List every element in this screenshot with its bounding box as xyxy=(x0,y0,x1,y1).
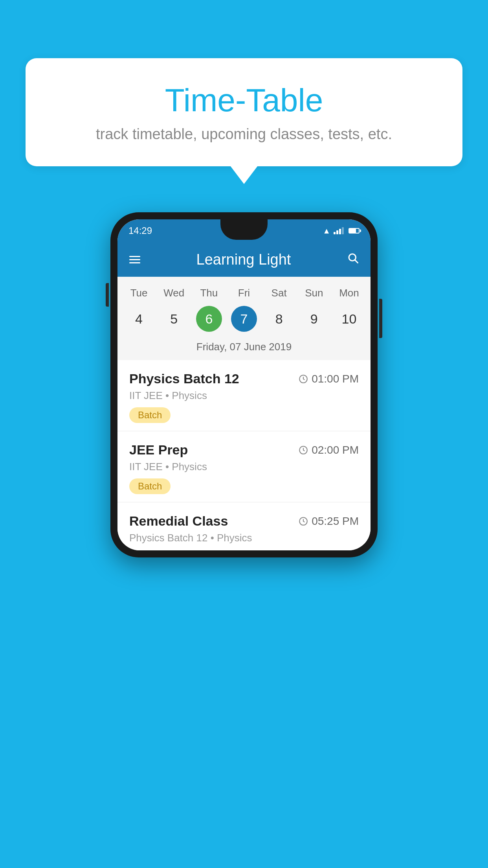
svg-line-1 xyxy=(355,260,358,263)
volume-button-left xyxy=(106,283,109,307)
bubble-title: Time-Table xyxy=(45,82,443,119)
schedule-time-3: 05:25 PM xyxy=(298,515,359,528)
menu-button[interactable] xyxy=(129,256,140,263)
date-10[interactable]: 10 xyxy=(332,305,367,333)
clock-icon-3 xyxy=(298,516,308,526)
battery-icon xyxy=(349,228,360,234)
day-label-wed: Wed xyxy=(156,284,191,302)
date-6-today[interactable]: 6 xyxy=(191,305,226,333)
search-button[interactable] xyxy=(347,252,359,267)
phone-outer: 14:29 ▲ xyxy=(110,212,378,557)
status-bar: 14:29 ▲ xyxy=(117,219,371,242)
schedule-time-1: 01:00 PM xyxy=(298,373,359,385)
day-label-mon: Mon xyxy=(332,284,367,302)
schedule-item-3[interactable]: Remedial Class 05:25 PM Physics Batch 12… xyxy=(117,502,371,550)
date-4[interactable]: 4 xyxy=(121,305,156,333)
calendar-section: Tue Wed Thu Fri Sat Sun Mon 4 5 xyxy=(117,277,371,360)
dates-row: 4 5 6 7 8 9 xyxy=(117,302,371,337)
status-time: 14:29 xyxy=(128,225,152,236)
selected-date-label: Friday, 07 June 2019 xyxy=(117,337,371,360)
schedule-subtitle-1: IIT JEE • Physics xyxy=(129,390,359,402)
date-9[interactable]: 9 xyxy=(297,305,332,333)
status-icons: ▲ xyxy=(323,226,360,235)
date-8[interactable]: 8 xyxy=(262,305,297,333)
bubble-subtitle: track timetable, upcoming classes, tests… xyxy=(45,126,443,143)
app-header: Learning Light xyxy=(117,242,371,277)
schedule-subtitle-3: Physics Batch 12 • Physics xyxy=(129,532,359,544)
schedule-time-2: 02:00 PM xyxy=(298,444,359,456)
schedule-title-2: JEE Prep xyxy=(129,442,188,458)
day-label-sun: Sun xyxy=(297,284,332,302)
speech-bubble: Time-Table track timetable, upcoming cla… xyxy=(26,58,462,166)
signal-icon xyxy=(334,227,344,234)
day-label-sat: Sat xyxy=(262,284,297,302)
notch xyxy=(220,219,268,240)
schedule-item-1[interactable]: Physics Batch 12 01:00 PM IIT JEE • Phys… xyxy=(117,360,371,431)
batch-tag-2: Batch xyxy=(129,478,171,494)
schedule-title-1: Physics Batch 12 xyxy=(129,371,239,386)
schedule-item-2[interactable]: JEE Prep 02:00 PM IIT JEE • Physics Batc… xyxy=(117,431,371,502)
phone-screen: 14:29 ▲ xyxy=(117,219,371,550)
days-row: Tue Wed Thu Fri Sat Sun Mon xyxy=(117,284,371,302)
day-label-fri: Fri xyxy=(226,284,261,302)
clock-icon-1 xyxy=(298,374,308,384)
phone-mockup: 14:29 ▲ xyxy=(110,212,378,557)
schedule-title-3: Remedial Class xyxy=(129,513,228,529)
day-label-thu: Thu xyxy=(191,284,226,302)
batch-tag-1: Batch xyxy=(129,407,171,423)
date-5[interactable]: 5 xyxy=(156,305,191,333)
date-7-selected[interactable]: 7 xyxy=(226,305,261,333)
speech-bubble-container: Time-Table track timetable, upcoming cla… xyxy=(26,58,462,166)
clock-icon-2 xyxy=(298,445,308,455)
app-title: Learning Light xyxy=(150,251,338,268)
wifi-icon: ▲ xyxy=(323,226,330,235)
power-button-right xyxy=(379,299,382,338)
schedule-subtitle-2: IIT JEE • Physics xyxy=(129,461,359,473)
schedule-list: Physics Batch 12 01:00 PM IIT JEE • Phys… xyxy=(117,360,371,550)
day-label-tue: Tue xyxy=(121,284,156,302)
